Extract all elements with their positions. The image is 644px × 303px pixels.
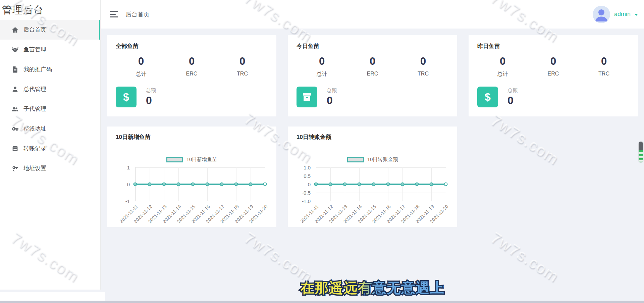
sidebar-item-label: 子代管理 [23, 105, 46, 113]
footer-panel [0, 292, 105, 301]
sidebar-item-label: 鱼苗管理 [23, 46, 46, 53]
key-icon [11, 125, 19, 133]
total-value: 0 [507, 94, 518, 107]
main-content: 全部鱼苗 0 总计 0 ERC 0 TRC $ 总额 0 [101, 29, 644, 290]
sidebar-item-label: 地址设置 [23, 164, 46, 172]
x-axis-labels: 2021-11-11 2021-11-12 2021-11-13 2021-11… [316, 201, 446, 229]
legend-swatch [347, 157, 364, 162]
total-value: 0 [327, 94, 337, 107]
breadcrumb: 后台首页 [125, 10, 150, 18]
sidebar-item-label: 转账记录 [23, 145, 46, 152]
sidebar-item-sub-agents[interactable]: 子代管理 [0, 99, 100, 119]
chart-legend[interactable]: 10日转账金额 [297, 156, 448, 163]
y-tick: -1 [125, 198, 130, 204]
y-tick: 0.5 [304, 173, 311, 179]
line-chart-plot: 1 0 -1 [135, 167, 265, 201]
hamburger-menu-icon[interactable] [110, 11, 118, 17]
list-icon [11, 145, 19, 152]
sidebar-item-transfer-records[interactable]: 转账记录 [0, 139, 100, 158]
key-off-icon [11, 165, 19, 172]
chart-transfer-amount-10d: 10日转账金额 10日转账金额 1.0 0.5 0 -0.5 -1.0 2021… [288, 127, 457, 227]
username: admin [614, 11, 631, 18]
total-label: 总额 [327, 87, 337, 94]
sidebar-item-label: 授权地址 [23, 125, 46, 133]
stat-erc: 0 ERC [166, 55, 217, 78]
app-title: 管理后台 [0, 0, 100, 19]
total-label: 总额 [146, 87, 156, 94]
data-line [316, 184, 446, 185]
top-header: 后台首页 admin [101, 0, 644, 29]
video-subtitle: 在那遥远有意无意遇上 在那遥远有意无意遇上 [101, 281, 644, 296]
line-chart-plot: 1.0 0.5 0 -0.5 -1.0 [316, 167, 446, 201]
scroll-indicator[interactable] [639, 142, 643, 162]
stat-total: 0 总计 [116, 55, 166, 78]
stat-total: 0 总计 [297, 55, 347, 78]
card-all-fry: 全部鱼苗 0 总计 0 ERC 0 TRC $ 总额 0 [107, 35, 276, 116]
group-icon [11, 105, 19, 113]
card-yesterday-fry: 昨日鱼苗 0 总计 0 ERC 0 TRC $ 总额 0 [469, 35, 638, 116]
person-icon [11, 86, 19, 93]
sidebar-item-address-settings[interactable]: 地址设置 [0, 158, 100, 178]
total-value: 0 [146, 94, 156, 107]
stat-cards-row: 全部鱼苗 0 总计 0 ERC 0 TRC $ 总额 0 [107, 35, 638, 116]
sidebar-item-dashboard[interactable]: 后台首页 [0, 20, 100, 40]
y-tick: 1 [127, 165, 130, 170]
sidebar-item-general-agents[interactable]: 总代管理 [0, 79, 100, 99]
x-axis-labels: 2021-11-11 2021-11-12 2021-11-13 2021-11… [135, 201, 265, 229]
y-tick: 0 [308, 182, 311, 187]
stat-trc: 0 TRC [217, 55, 268, 78]
legend-swatch [166, 157, 183, 162]
chart-title: 10日转账金额 [297, 133, 448, 141]
chart-legend[interactable]: 10日新增鱼苗 [116, 156, 268, 163]
sidebar-item-label: 后台首页 [23, 26, 46, 34]
sidebar: 管理后台 后台首页 鱼苗管理 [0, 0, 101, 290]
y-tick: -1.0 [302, 198, 311, 204]
sidebar-item-promo-code[interactable]: 我的推广码 [0, 59, 100, 79]
stat-trc: 0 TRC [579, 55, 629, 78]
card-today-fry: 今日鱼苗 0 总计 0 ERC 0 TRC [288, 35, 457, 116]
card-title: 全部鱼苗 [116, 42, 268, 50]
document-icon [11, 66, 19, 73]
sidebar-menu: 后台首页 鱼苗管理 [0, 19, 100, 178]
sidebar-item-authorized-address[interactable]: 授权地址 [0, 119, 100, 139]
card-title: 昨日鱼苗 [477, 42, 629, 50]
horizontal-scrollbar[interactable] [0, 301, 644, 303]
archive-box-icon [297, 87, 317, 107]
avatar [593, 6, 610, 23]
sidebar-item-fry-management[interactable]: 鱼苗管理 [0, 40, 100, 59]
cow-icon [11, 46, 19, 53]
stat-total: 0 总计 [477, 55, 528, 78]
stat-erc: 0 ERC [528, 55, 579, 78]
card-title: 今日鱼苗 [297, 42, 448, 50]
data-line [135, 184, 265, 185]
sidebar-item-label: 我的推广码 [23, 65, 52, 73]
chart-title: 10日新增鱼苗 [116, 133, 268, 141]
chart-new-fry-10d: 10日新增鱼苗 10日新增鱼苗 1 0 -1 2021-11-11 2021-1… [107, 127, 276, 227]
home-icon [11, 26, 19, 34]
chevron-down-icon [635, 14, 638, 16]
user-menu[interactable]: admin [593, 6, 638, 23]
dollar-icon: $ [477, 87, 498, 107]
stat-trc: 0 TRC [398, 55, 448, 78]
charts-row: 10日新增鱼苗 10日新增鱼苗 1 0 -1 2021-11-11 2021-1… [107, 127, 638, 227]
y-tick: 0 [127, 182, 130, 187]
sidebar-item-label: 总代管理 [23, 85, 46, 93]
total-label: 总额 [507, 87, 518, 94]
y-tick: 1.0 [304, 165, 311, 170]
stat-erc: 0 ERC [347, 55, 398, 78]
dollar-icon: $ [116, 87, 137, 107]
y-tick: -0.5 [302, 190, 311, 196]
